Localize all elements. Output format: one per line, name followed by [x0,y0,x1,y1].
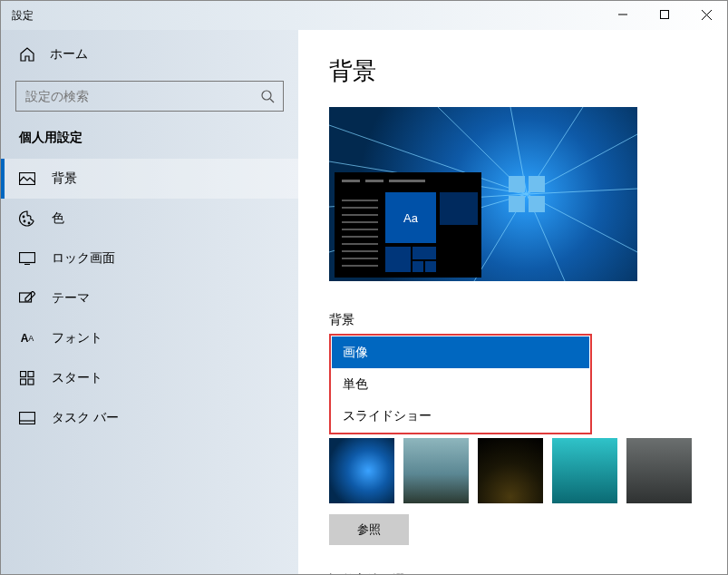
background-field-label: 背景 [329,312,696,328]
thumbnail-1[interactable] [329,438,394,503]
sidebar-item-label: 色 [52,210,64,227]
svg-rect-17 [20,413,35,424]
svg-rect-1 [661,11,669,19]
svg-rect-33 [509,196,525,212]
svg-rect-16 [28,379,34,385]
svg-rect-15 [21,379,26,385]
svg-rect-10 [20,253,35,263]
background-type-dropdown[interactable]: 画像 単色 スライドショー [329,334,592,434]
svg-point-8 [24,220,25,222]
dropdown-option-slideshow[interactable]: スライドショー [332,400,589,432]
taskbar-icon [19,410,35,426]
svg-rect-13 [21,372,26,377]
sidebar-item-label: 背景 [52,171,77,187]
minimize-button[interactable] [602,1,644,28]
close-button[interactable] [685,1,727,28]
window-body: ホーム 個人用設定 背景 色 [1,30,727,574]
svg-point-4 [262,91,271,100]
svg-rect-14 [28,372,34,377]
home-button[interactable]: ホーム [1,35,298,73]
thumbnail-2[interactable] [403,438,469,503]
sidebar-item-themes[interactable]: テーマ [1,278,298,318]
window-controls [602,1,727,28]
content-area: 背景 Aa [298,30,727,574]
sidebar-item-fonts[interactable]: AA フォント [1,318,298,358]
titlebar: 設定 [1,1,727,30]
themes-icon [19,290,35,307]
sidebar-item-label: スタート [52,370,102,386]
section-header: 個人用設定 [1,130,298,159]
lockscreen-icon [19,250,35,267]
sidebar-item-colors[interactable]: 色 [1,199,298,239]
sidebar-item-label: フォント [52,330,102,346]
thumbnail-3[interactable] [478,438,543,503]
dropdown-option-solid[interactable]: 単色 [332,368,589,400]
search-icon [260,89,275,107]
sidebar: ホーム 個人用設定 背景 色 [1,30,298,574]
svg-point-7 [23,216,24,218]
home-label: ホーム [50,46,88,63]
svg-rect-32 [529,176,545,192]
window-title: 設定 [1,1,44,31]
preview-sample-text: Aa [385,192,436,243]
sidebar-item-lockscreen[interactable]: ロック画面 [1,239,298,278]
sidebar-item-label: テーマ [52,290,90,307]
background-preview: Aa [329,107,637,281]
fonts-icon: AA [19,330,35,346]
sidebar-item-label: ロック画面 [52,250,115,267]
settings-window: 設定 ホーム 個人用設定 [0,0,728,575]
thumbnail-4[interactable] [552,438,617,503]
svg-rect-31 [509,176,525,192]
fit-label: 調整方法を選ぶ [329,572,696,574]
svg-point-9 [28,222,30,224]
svg-line-5 [270,99,274,102]
dropdown-listbox: 画像 単色 スライドショー [329,334,592,434]
sidebar-item-start[interactable]: スタート [1,358,298,398]
picture-thumbnails [329,438,696,503]
search-wrap [15,81,284,112]
maximize-button[interactable] [644,1,685,28]
browse-button[interactable]: 参照 [329,514,409,545]
sidebar-item-taskbar[interactable]: タスク バー [1,398,298,438]
dropdown-option-image[interactable]: 画像 [332,336,589,368]
preview-start-overlay: Aa [335,172,481,278]
picture-icon [19,171,35,187]
page-title: 背景 [329,55,696,87]
thumbnail-5[interactable] [626,438,692,503]
start-icon [19,370,35,386]
palette-icon [19,210,35,227]
home-icon [19,46,35,63]
sidebar-item-background[interactable]: 背景 [1,159,298,199]
svg-rect-34 [529,196,545,212]
search-input[interactable] [15,81,284,112]
sidebar-item-label: タスク バー [52,410,119,426]
